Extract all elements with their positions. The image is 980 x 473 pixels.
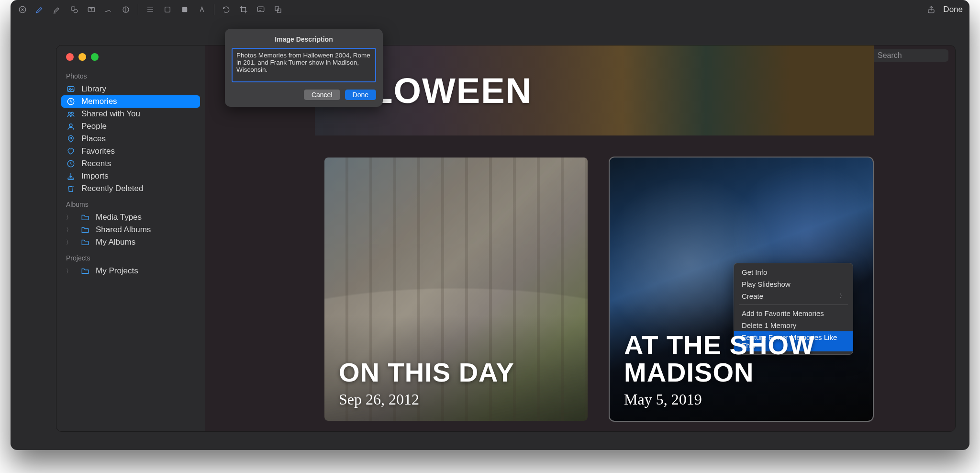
chevron-right-icon: 〉 [66, 267, 72, 275]
chevron-right-icon: 〉 [66, 214, 72, 222]
sidebar-item-library[interactable]: Library [56, 83, 205, 95]
svg-point-16 [69, 124, 72, 127]
svg-rect-7 [257, 7, 264, 12]
svg-point-14 [68, 112, 71, 114]
image-description-icon[interactable] [256, 4, 266, 15]
svg-point-15 [71, 112, 74, 114]
svg-point-2 [74, 9, 78, 13]
menu-item-label: Add to Favorite Memories [742, 309, 824, 317]
svg-rect-8 [275, 7, 279, 11]
chevron-right-icon: 〉 [66, 238, 72, 247]
minimize-window-button[interactable] [78, 53, 86, 61]
sidebar-item-label: Recents [81, 159, 111, 169]
memories-icon [66, 97, 76, 106]
rotate-icon[interactable] [221, 4, 232, 15]
editor-frame: Done Photos Library Memories Shared with… [11, 0, 969, 450]
sidebar-item-label: Media Types [96, 213, 142, 222]
sidebar-item-label: Shared Albums [96, 225, 151, 235]
sidebar-item-label: Imports [81, 171, 109, 181]
menu-item-label: Play Slideshow [742, 280, 791, 288]
svg-point-17 [70, 137, 72, 139]
sign-icon[interactable] [103, 4, 114, 15]
text-style-icon[interactable] [197, 4, 207, 15]
search-input[interactable]: Search [862, 49, 948, 62]
sidebar-section-photos: Photos [56, 67, 205, 83]
people-icon [66, 122, 76, 131]
svg-rect-19 [68, 178, 74, 180]
shapes-icon[interactable] [69, 4, 79, 15]
sidebar-item-media-types[interactable]: 〉 Media Types [56, 211, 205, 224]
close-icon[interactable] [17, 4, 28, 15]
sidebar-section-projects: Projects [56, 248, 205, 265]
done-button[interactable]: Done [345, 90, 376, 100]
sidebar-item-shared-with-you[interactable]: Shared with You [56, 108, 205, 120]
cancel-button[interactable]: Cancel [304, 90, 340, 100]
sidebar-item-recently-deleted[interactable]: Recently Deleted [56, 182, 205, 195]
photos-window: Photos Library Memories Shared with You … [56, 45, 956, 432]
sidebar-item-label: Places [81, 134, 106, 144]
svg-rect-5 [165, 7, 170, 12]
close-window-button[interactable] [66, 53, 74, 61]
shared-icon [66, 109, 76, 119]
places-icon [66, 134, 76, 144]
menu-create[interactable]: Create〉 [734, 290, 853, 302]
memory-card-title-line2: MADISON [624, 359, 858, 386]
line-weight-icon[interactable] [145, 4, 156, 15]
editor-done-button[interactable]: Done [943, 5, 963, 14]
menu-get-info[interactable]: Get Info [734, 266, 853, 278]
sidebar-item-favorites[interactable]: Favorites [56, 145, 205, 158]
sidebar-item-my-albums[interactable]: 〉 My Albums [56, 236, 205, 248]
chevron-right-icon: 〉 [66, 226, 72, 234]
sidebar-item-label: Shared with You [81, 109, 140, 119]
memory-hero-card[interactable]: LLOWEEN [315, 45, 874, 135]
memory-card-title-line1: AT THE SHOW [624, 331, 858, 359]
memory-card-on-this-day[interactable]: ON THIS DAY Sep 26, 2012 [324, 158, 588, 421]
sidebar-item-label: My Projects [96, 266, 138, 276]
sidebar-item-my-projects[interactable]: 〉 My Projects [56, 265, 205, 277]
sidebar-item-label: My Albums [96, 237, 135, 247]
chevron-right-icon: 〉 [839, 292, 845, 300]
image-description-textarea[interactable] [232, 48, 376, 82]
sidebar-item-memories[interactable]: Memories [61, 95, 200, 108]
sidebar-item-places[interactable]: Places [56, 133, 205, 145]
sidebar-item-recents[interactable]: Recents [56, 158, 205, 170]
window-controls [56, 45, 205, 67]
library-icon [66, 84, 76, 94]
menu-separator [739, 304, 848, 305]
memory-card-title: ON THIS DAY [339, 359, 573, 386]
menu-play-slideshow[interactable]: Play Slideshow [734, 278, 853, 290]
recents-icon [66, 159, 76, 169]
menu-add-favorite[interactable]: Add to Favorite Memories [734, 307, 853, 319]
image-description-popover: Image Description Cancel Done [225, 29, 383, 107]
folder-icon [80, 225, 90, 235]
fill-color-icon[interactable] [179, 4, 190, 15]
folder-icon [80, 237, 90, 247]
memory-card-date: Sep 26, 2012 [339, 391, 573, 408]
memory-card-date: May 5, 2019 [624, 391, 858, 408]
svg-rect-6 [182, 7, 188, 12]
sidebar: Photos Library Memories Shared with You … [56, 45, 205, 431]
sidebar-item-label: Library [81, 84, 106, 94]
trash-icon [66, 184, 76, 193]
sidebar-item-label: Favorites [81, 146, 115, 156]
sidebar-item-label: Memories [81, 97, 117, 106]
adjust-color-icon[interactable] [121, 4, 131, 15]
fullscreen-window-button[interactable] [91, 53, 99, 61]
popover-title: Image Description [232, 35, 376, 43]
crop-icon[interactable] [238, 4, 249, 15]
menu-item-label: Delete 1 Memory [742, 321, 796, 329]
folder-icon [80, 266, 90, 276]
sidebar-item-imports[interactable]: Imports [56, 170, 205, 182]
folder-icon [80, 213, 90, 222]
order-icon[interactable] [273, 4, 283, 15]
share-top-icon[interactable] [926, 4, 936, 15]
sidebar-item-people[interactable]: People [56, 120, 205, 133]
border-color-icon[interactable] [162, 4, 173, 15]
menu-item-label: Create [742, 292, 763, 300]
textbox-icon[interactable] [86, 4, 97, 15]
search-placeholder: Search [878, 51, 902, 60]
highlighter-icon[interactable] [52, 4, 62, 15]
sidebar-item-shared-albums[interactable]: 〉 Shared Albums [56, 224, 205, 236]
sidebar-item-label: Recently Deleted [81, 184, 143, 193]
pen-icon[interactable] [34, 4, 45, 15]
